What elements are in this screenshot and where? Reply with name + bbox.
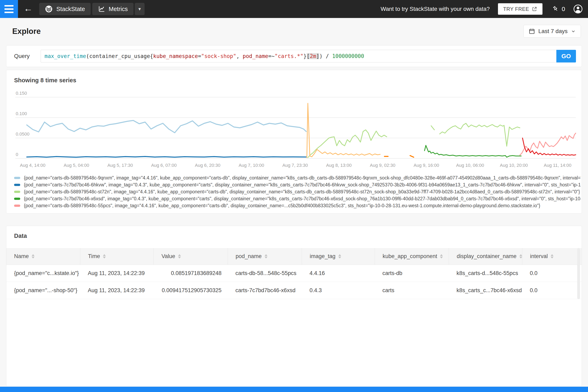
column-header-name[interactable]: Name [6,248,80,264]
cell-display_container_name: k8s_carts_c...7bc46-x6xsd [449,282,522,299]
x-axis-tick: Aug 7, 10:00 [239,163,264,168]
hamburger-menu-button[interactable] [0,0,18,18]
x-axis-tick: Aug 4, 14:00 [20,163,46,168]
sort-icon[interactable] [32,254,34,258]
column-header-interval[interactable]: interval [522,248,582,264]
column-header-label: display_container_name [457,253,516,260]
column-header-label: pod_name [236,253,262,260]
cell-pod_name: carts-db-58...548c-55pcs [228,265,302,282]
column-header-value[interactable]: Value [154,248,228,264]
x-axis-tick: Aug 6, 20:30 [195,163,220,168]
cell-time: Aug 11, 2023, 14:22:39 [80,282,154,299]
pin-count: 0 [562,6,565,12]
time-series-chart[interactable]: 0.1500.1000.05000Aug 4, 14:00Aug 5, 04:0… [6,87,582,174]
series-line-3 [308,130,387,158]
cell-display_container_name: k8s_carts-d...548c-55pcs [449,265,522,282]
column-header-label: interval [530,253,548,260]
sort-icon[interactable] [103,254,106,258]
cell-name: {pod_name="...-shop-50"} [6,282,80,299]
x-axis-tick: Aug 10, 06:00 [456,163,484,168]
column-header-label: kube_app_component [382,253,437,260]
pinned-items-button[interactable]: 0 [552,6,565,12]
x-axis-tick: Aug 9, 16:00 [414,163,439,168]
legend-item[interactable]: {pod_name="carts-db-588979548c-9qnxm", i… [14,176,581,180]
query-token: [ [307,53,310,59]
query-token: "sock-shop" [201,53,236,59]
try-free-button[interactable]: TRY FREE [498,3,543,15]
series-line-4 [424,145,521,157]
query-token: 1000000000 [332,53,364,59]
color-swatch [14,204,20,207]
cell-interval: 0.0 [522,282,582,299]
go-button[interactable]: GO [556,50,576,62]
page-title: Explore [12,27,41,36]
column-header-display_container_name[interactable]: display_container_name [449,248,522,264]
legend-label: {pod_name="carts-db-588979548c-55pcs", i… [24,203,581,208]
color-swatch [14,198,20,200]
sort-icon[interactable] [264,254,268,258]
date-range-picker[interactable]: Last 7 days [524,25,581,38]
cell-pod_name: carts-7c7bd7bc46-x6xsd [228,282,302,299]
data-card: Data NameTimeValuepod_nameimage_tagkube_… [6,226,582,387]
legend-item[interactable]: {pod_name="carts-7c7bd7bc46-x6xsd", imag… [14,196,581,201]
series-line-8 [410,156,414,157]
sort-icon[interactable] [178,254,181,258]
sort-icon[interactable] [520,254,522,258]
data-title: Data [14,232,27,239]
color-swatch [14,191,20,193]
query-token: "carts.*" [274,53,304,59]
series-line-2 [27,156,306,157]
x-axis-tick: Aug 6, 07:00 [151,163,176,168]
sort-icon[interactable] [440,254,443,258]
y-axis-tick: 0.100 [16,111,27,116]
legend-item[interactable]: {pod_name="carts-7c7bd7bc46-6hkvw", imag… [14,182,581,187]
legend-item[interactable]: {pod_name="carts-db-588979548c-st72n", i… [14,189,581,194]
tab-dropdown-button[interactable]: ▾ [135,3,144,15]
query-token: container_cpu_usage [89,53,150,59]
query-input[interactable]: max_over_time(container_cpu_usage{kube_n… [41,50,556,62]
table-header-row: NameTimeValuepod_nameimage_tagkube_app_c… [6,248,582,265]
app-switcher-button[interactable]: StackState [39,3,91,15]
column-header-label: Name [14,253,29,260]
sort-icon[interactable] [551,254,554,258]
y-axis-tick: 0.150 [16,91,27,96]
legend-label: {pod_name="carts-7c7bd7bc46-x6xsd", imag… [24,196,581,202]
column-header-time[interactable]: Time [80,248,154,264]
cell-kube_app_component: carts-db [375,265,449,282]
avatar[interactable] [573,4,583,14]
query-token: kube_namespace [153,53,198,59]
x-axis-tick: Aug 8, 13:00 [326,163,352,168]
x-axis-tick: Aug 5, 04:00 [64,163,89,168]
metrics-tab-button[interactable]: Metrics [92,3,133,15]
chart-title: Showing 8 time series [14,77,76,84]
query-token: ] [316,53,320,59]
table-scrollbar[interactable] [577,248,580,299]
query-token: ) [319,53,322,59]
column-header-pod_name[interactable]: pod_name [228,248,302,264]
query-token: } [304,53,307,59]
series-line-1 [27,120,306,133]
chart-card: Showing 8 time series 0.1500.1000.05000A… [6,70,582,214]
legend-item[interactable]: {pod_name="carts-db-588979548c-55pcs", i… [14,203,581,208]
series-line-5 [520,133,576,155]
query-token: max_over_time [44,53,86,59]
calendar-icon [528,28,535,34]
sort-icon[interactable] [338,254,341,258]
column-header-label: image_tag [310,253,336,260]
chevron-down-icon [571,29,576,34]
cell-name: {pod_name="c...kstate.io"} [6,265,80,282]
bottom-bar [0,387,588,392]
cell-value: 0.085197183689248 [154,265,228,282]
x-axis-tick: Aug 7, 23:30 [282,163,308,168]
table-row[interactable]: {pod_name="...-shop-50"}Aug 11, 2023, 14… [6,282,582,299]
try-free-label: TRY FREE [503,6,529,12]
data-table: NameTimeValuepod_nameimage_tagkube_app_c… [6,248,582,299]
cell-image_tag: 0.4.3 [302,282,375,299]
column-header-kube_app_component[interactable]: kube_app_component [375,248,449,264]
query-token: pod_name [243,53,268,59]
caret-down-icon: ▾ [138,6,141,12]
back-button[interactable]: ← [24,4,33,13]
line-chart-icon [98,6,105,12]
column-header-image_tag[interactable]: image_tag [302,248,375,264]
table-row[interactable]: {pod_name="c...kstate.io"}Aug 11, 2023, … [6,265,582,282]
